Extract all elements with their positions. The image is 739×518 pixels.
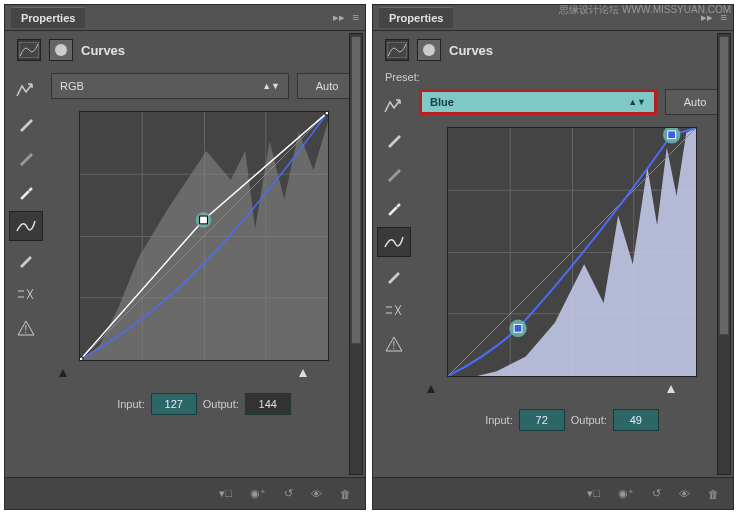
adjustment-type-icon[interactable] [17, 39, 41, 61]
adjustment-name: Curves [449, 43, 493, 58]
draw-curve-icon[interactable] [9, 211, 43, 241]
svg-rect-27 [514, 324, 522, 332]
preset-label: Preset: [373, 69, 733, 85]
target-adjust-icon[interactable] [9, 75, 43, 105]
svg-marker-15 [299, 369, 307, 377]
channel-dropdown[interactable]: Blue ▲▼ [419, 89, 657, 115]
svg-rect-11 [325, 112, 328, 115]
clip-warning-icon[interactable]: ! [377, 329, 411, 359]
svg-point-1 [55, 44, 67, 56]
channel-value: RGB [60, 80, 84, 92]
dropdown-arrows-icon: ▲▼ [262, 81, 280, 91]
svg-marker-14 [59, 369, 67, 377]
visibility-icon[interactable]: 👁 [311, 488, 322, 500]
clip-warning-icon[interactable]: ! [9, 313, 43, 343]
output-field[interactable]: 144 [245, 393, 291, 415]
reset-icon[interactable]: ↺ [652, 487, 661, 500]
output-label: Output: [571, 414, 607, 426]
output-field[interactable]: 49 [613, 409, 659, 431]
panel-header: Properties ▸▸ ≡ [5, 5, 365, 31]
svg-text:!: ! [25, 324, 28, 335]
eyedropper-black-icon[interactable] [9, 109, 43, 139]
input-field[interactable]: 127 [151, 393, 197, 415]
trash-icon[interactable]: 🗑 [340, 488, 351, 500]
clip-to-layer-icon[interactable]: ▾□ [219, 487, 232, 500]
channel-dropdown[interactable]: RGB ▲▼ [51, 73, 289, 99]
eyedropper-black-icon[interactable] [377, 125, 411, 155]
curves-toolbar: ! [377, 89, 419, 473]
svg-marker-30 [427, 385, 435, 393]
svg-marker-31 [667, 385, 675, 393]
svg-point-17 [423, 44, 435, 56]
pencil-icon[interactable] [9, 245, 43, 275]
adjustment-type-icon[interactable] [385, 39, 409, 61]
target-adjust-icon[interactable] [377, 91, 411, 121]
collapse-icon[interactable]: ▸▸ [333, 11, 345, 24]
curves-graph[interactable] [79, 111, 329, 361]
view-previous-icon[interactable]: ◉⁺ [250, 487, 266, 500]
clip-to-layer-icon[interactable]: ▾□ [587, 487, 600, 500]
visibility-icon[interactable]: 👁 [679, 488, 690, 500]
input-field[interactable]: 72 [519, 409, 565, 431]
svg-rect-29 [668, 131, 676, 139]
eyedropper-gray-icon[interactable] [9, 143, 43, 173]
panel-title-tab[interactable]: Properties [11, 7, 85, 28]
panel-title-tab[interactable]: Properties [379, 7, 453, 28]
properties-panel-left: Properties ▸▸ ≡ Curves ! RGB [4, 4, 366, 510]
curves-toolbar: ! [9, 73, 51, 473]
dropdown-arrows-icon: ▲▼ [628, 97, 646, 107]
mask-icon[interactable] [417, 39, 441, 61]
input-label: Input: [117, 398, 145, 410]
draw-curve-icon[interactable] [377, 227, 411, 257]
eyedropper-gray-icon[interactable] [377, 159, 411, 189]
adjustment-name: Curves [81, 43, 125, 58]
panel-scrollbar[interactable] [349, 33, 363, 475]
smooth-icon[interactable] [377, 295, 411, 325]
watermark-text: 思缘设计论坛 WWW.MISSYUAN.COM [559, 3, 731, 17]
eyedropper-white-icon[interactable] [9, 177, 43, 207]
channel-value: Blue [430, 96, 454, 108]
view-previous-icon[interactable]: ◉⁺ [618, 487, 634, 500]
svg-rect-10 [80, 357, 83, 360]
svg-rect-13 [200, 216, 208, 224]
curves-graph[interactable] [447, 127, 697, 377]
auto-button[interactable]: Auto [297, 73, 357, 99]
trash-icon[interactable]: 🗑 [708, 488, 719, 500]
output-label: Output: [203, 398, 239, 410]
input-label: Input: [485, 414, 513, 426]
panel-footer: ▾□ ◉⁺ ↺ 👁 🗑 [373, 477, 733, 509]
panel-scrollbar[interactable] [717, 33, 731, 475]
mask-icon[interactable] [49, 39, 73, 61]
smooth-icon[interactable] [9, 279, 43, 309]
properties-panel-right: Properties ▸▸ ≡ Curves Preset: ! [372, 4, 734, 510]
svg-text:!: ! [393, 340, 396, 351]
menu-icon[interactable]: ≡ [353, 11, 359, 24]
panel-footer: ▾□ ◉⁺ ↺ 👁 🗑 [5, 477, 365, 509]
pencil-icon[interactable] [377, 261, 411, 291]
reset-icon[interactable]: ↺ [284, 487, 293, 500]
auto-button[interactable]: Auto [665, 89, 725, 115]
eyedropper-white-icon[interactable] [377, 193, 411, 223]
